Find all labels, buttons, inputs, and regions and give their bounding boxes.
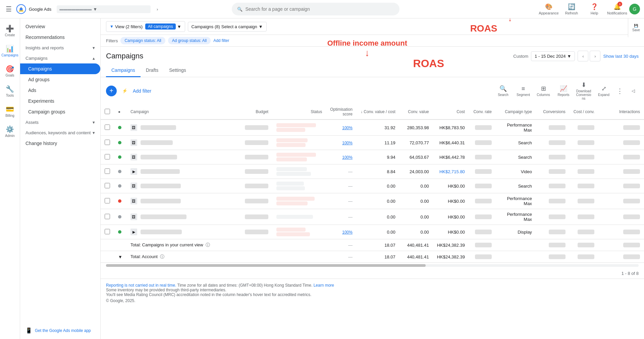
- row-checkbox[interactable]: [105, 198, 110, 203]
- filter-chip-adgroup-status[interactable]: Ad group status: All: [168, 37, 211, 44]
- th-conversions[interactable]: Conversions: [536, 104, 570, 119]
- row-checkbox[interactable]: [105, 140, 110, 145]
- opt-score-cell[interactable]: 100%: [326, 150, 357, 164]
- more-action-button[interactable]: ⋮: [614, 86, 625, 96]
- row-checkbox[interactable]: [105, 183, 110, 188]
- campaign-selector[interactable]: Campaigns (8) Select a campaign ▼: [188, 22, 267, 32]
- expand-action-button[interactable]: ⤢ Expand: [594, 84, 613, 98]
- sidebar-item-insights[interactable]: Insights and reports ▾: [20, 43, 100, 53]
- menu-icon[interactable]: ☰: [4, 4, 13, 14]
- sidebar-item-experiments[interactable]: Experiments: [20, 96, 100, 106]
- sidebar-item-admin[interactable]: ⚙️ Admin: [1, 122, 19, 141]
- sidebar-item-campaigns[interactable]: 📊 Campaigns: [1, 41, 19, 60]
- th-campaign-type[interactable]: Campaign type: [496, 104, 536, 119]
- segment-action-button[interactable]: ≡ Segment: [514, 84, 533, 98]
- tab-campaigns[interactable]: Campaigns: [106, 64, 141, 77]
- appearance-button[interactable]: 🎨 Appearance: [538, 1, 559, 17]
- horizontal-scrollbar[interactable]: [106, 264, 639, 267]
- search-input[interactable]: [245, 6, 394, 12]
- opt-score-link[interactable]: 100%: [342, 126, 353, 130]
- user-avatar[interactable]: G: [629, 4, 640, 14]
- add-filter-button[interactable]: Add filter: [133, 88, 151, 94]
- opt-score-link[interactable]: 100%: [342, 155, 353, 160]
- prev-date-button[interactable]: ‹: [578, 51, 588, 61]
- th-budget[interactable]: Budget: [232, 104, 272, 119]
- row-checkbox[interactable]: [105, 168, 110, 174]
- th-cost-conv[interactable]: Cost / conv.: [570, 104, 598, 119]
- sidebar-item-campaign-groups[interactable]: Campaign groups: [20, 106, 100, 117]
- save-panel: 💾 Save: [628, 18, 644, 37]
- tab-settings[interactable]: Settings: [164, 64, 192, 77]
- sidebar-item-ad-groups[interactable]: Ad groups: [20, 74, 100, 85]
- opt-score-link[interactable]: 100%: [342, 230, 353, 235]
- th-opt-score[interactable]: Optimisationscore: [326, 104, 357, 119]
- sidebar-item-goals[interactable]: 🎯 Goals: [1, 61, 19, 80]
- download-action-button[interactable]: ⬇ Download Conversions: [574, 80, 593, 102]
- th-conv-value[interactable]: Conv. value: [399, 104, 433, 119]
- sidebar-section-assets[interactable]: Assets ▾: [20, 117, 100, 128]
- th-status[interactable]: Status: [272, 104, 326, 119]
- opt-score-cell[interactable]: 100%: [326, 136, 357, 150]
- view-selector[interactable]: ▼ View (2 filters) All campaigns ▼: [106, 21, 185, 32]
- expand-account-icon[interactable]: ›: [153, 5, 161, 13]
- total-row: ▼ Total: Account ⓘ — 18.07 440,481.41 HK…: [101, 251, 644, 263]
- total-info-icon[interactable]: ⓘ: [160, 254, 164, 259]
- opt-score-link[interactable]: 100%: [342, 141, 353, 145]
- save-button[interactable]: 💾 Save: [631, 21, 641, 35]
- add-campaign-button[interactable]: +: [106, 86, 117, 96]
- help-button[interactable]: ❓ Help: [584, 1, 605, 17]
- row-checkbox[interactable]: [105, 229, 110, 234]
- conv-value-cost-cell: 0.00: [357, 193, 399, 209]
- reports-action-button[interactable]: 📈 Reports: [554, 84, 573, 98]
- row-checkbox[interactable]: [105, 125, 110, 130]
- add-filter-link[interactable]: Add filter: [213, 38, 229, 43]
- sidebar-item-overview[interactable]: Overview: [20, 21, 100, 32]
- mobile-app-link[interactable]: 📱 Get the Google Ads mobile app: [25, 327, 91, 334]
- th-interactions[interactable]: Interactions: [598, 104, 644, 119]
- opt-score-cell[interactable]: 100%: [326, 225, 357, 239]
- account-selector[interactable]: ▬▬▬▬▬▬▬▬ ▼: [57, 5, 151, 13]
- reporting-link[interactable]: Reporting is not carried out in real tim…: [106, 283, 176, 288]
- total-indicator-cell[interactable]: ▼: [114, 251, 126, 263]
- conversions-blurred: [549, 155, 566, 159]
- sidebar-item-create[interactable]: ➕ Create: [1, 21, 19, 40]
- opt-score-cell[interactable]: 100%: [326, 119, 357, 136]
- search-action-button[interactable]: 🔍 Search: [494, 84, 513, 98]
- campaign-selector-chevron-icon: ▼: [259, 24, 263, 29]
- search-bar[interactable]: 🔍: [232, 3, 399, 15]
- columns-action-button[interactable]: ⊞ Columns: [534, 84, 553, 98]
- select-all-checkbox[interactable]: [105, 109, 110, 114]
- cost-cell: HK$0.00: [433, 209, 469, 225]
- th-cost[interactable]: Cost: [433, 104, 469, 119]
- filter-chip-campaign-status[interactable]: Campaign status: All: [120, 37, 165, 44]
- tab-drafts[interactable]: Drafts: [141, 64, 164, 77]
- sidebar-item-campaigns-selected[interactable]: Campaigns: [20, 63, 100, 74]
- conv-value-cell: 24,003.00: [399, 164, 433, 179]
- sidebar-item-change-history[interactable]: Change history: [20, 138, 100, 149]
- row-checkbox[interactable]: [105, 154, 110, 159]
- sidebar-section-campaigns[interactable]: Campaigns ▴: [20, 53, 100, 63]
- th-conv-value-cost[interactable]: ↓ Conv. value / cost: [357, 104, 399, 119]
- filter-bar: Filters Campaign status: All Ad group st…: [101, 35, 644, 47]
- pagination: 1 - 8 of 8: [101, 268, 644, 279]
- row-checkbox[interactable]: [105, 214, 110, 219]
- learn-more-link[interactable]: Learn more: [314, 283, 334, 288]
- sidebar-item-recommendations[interactable]: Recommendations: [20, 32, 100, 43]
- refresh-button[interactable]: 🔄 Refresh: [561, 1, 582, 17]
- account-expand-icon[interactable]: ▼: [118, 254, 122, 259]
- cost-cell: HK$0.00: [433, 225, 469, 239]
- th-conv-rate[interactable]: Conv. rate: [469, 104, 496, 119]
- notifications-button[interactable]: 🔔 1 Notifications: [606, 1, 628, 17]
- date-range-selector[interactable]: 1 - 15 Dec 2024 ▼: [531, 51, 575, 61]
- next-date-button[interactable]: ›: [590, 51, 600, 61]
- sidebar-item-ads[interactable]: Ads: [20, 85, 100, 96]
- sidebar-section-audiences[interactable]: Audiences, keywords and content ▾: [20, 128, 100, 138]
- sidebar-item-tools[interactable]: 🔧 Tools: [1, 82, 19, 100]
- cost-link[interactable]: HK$2,715.80: [439, 169, 465, 174]
- collapse-table-button[interactable]: ◁: [628, 86, 639, 96]
- th-campaign[interactable]: Campaign: [126, 104, 232, 119]
- sidebar-item-billing[interactable]: 💳 Billing: [1, 102, 19, 120]
- filter-icon-button[interactable]: ⚡: [119, 86, 130, 96]
- show-last-button[interactable]: Show last 30 days: [603, 54, 639, 59]
- total-info-icon[interactable]: ⓘ: [206, 242, 210, 247]
